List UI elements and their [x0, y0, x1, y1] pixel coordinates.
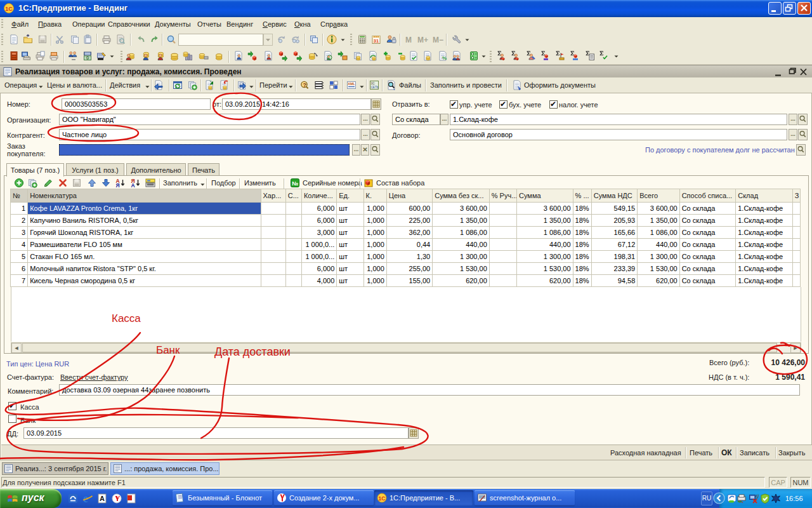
- svg-text:А: А: [131, 182, 135, 189]
- svg-text:1С:: 1С:: [371, 82, 376, 85]
- svg-text:%: %: [442, 55, 447, 61]
- svg-text:№: №: [292, 180, 298, 187]
- svg-text:1С: 1С: [379, 495, 386, 502]
- svg-text:?: ?: [303, 82, 307, 88]
- svg-text:СЕТЬ: СЕТЬ: [371, 86, 379, 89]
- svg-text:1С: 1С: [5, 6, 13, 12]
- svg-text:Я: Я: [116, 182, 120, 189]
- svg-text:A: A: [100, 495, 105, 502]
- svg-text:XML: XML: [348, 82, 355, 86]
- svg-text:31: 31: [373, 38, 379, 44]
